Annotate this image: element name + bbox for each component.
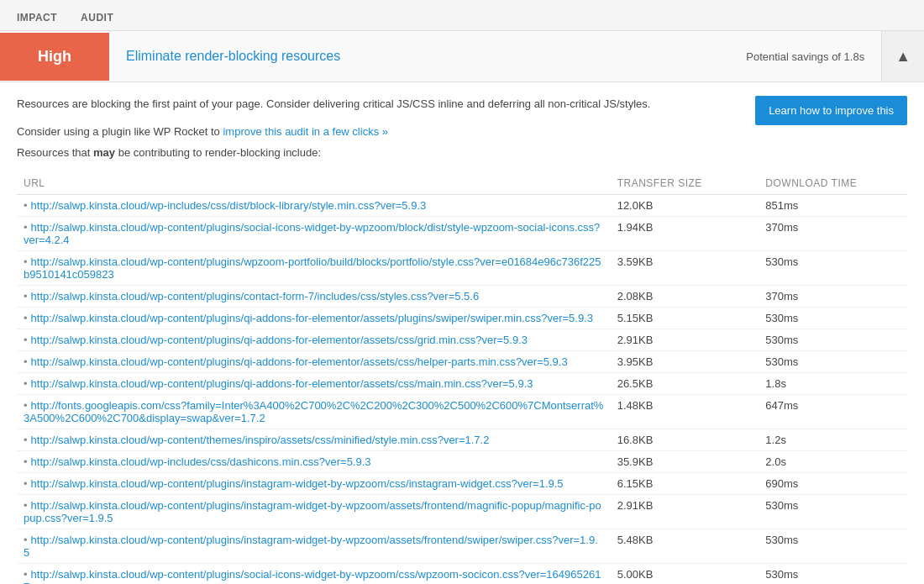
url-cell: •http://salwp.kinsta.cloud/wp-content/pl… — [17, 564, 611, 585]
url-cell: •http://salwp.kinsta.cloud/wp-content/pl… — [17, 308, 611, 329]
url-cell: •http://salwp.kinsta.cloud/wp-includes/c… — [17, 451, 611, 473]
table-row: •http://salwp.kinsta.cloud/wp-content/pl… — [17, 529, 907, 564]
time-cell: 851ms — [759, 195, 907, 217]
bullet-icon: • — [24, 534, 31, 546]
time-cell: 530ms — [759, 251, 907, 286]
url-cell: •http://salwp.kinsta.cloud/wp-content/pl… — [17, 473, 611, 495]
url-link[interactable]: http://salwp.kinsta.cloud/wp-content/plu… — [24, 534, 598, 559]
url-cell: •http://salwp.kinsta.cloud/wp-content/th… — [17, 429, 611, 451]
time-cell: 370ms — [759, 286, 907, 308]
table-row: •http://salwp.kinsta.cloud/wp-content/pl… — [17, 495, 907, 529]
time-cell: 530ms — [759, 351, 907, 373]
url-cell: •http://salwp.kinsta.cloud/wp-content/pl… — [17, 329, 611, 351]
bullet-icon: • — [24, 199, 31, 212]
table-row: •http://salwp.kinsta.cloud/wp-content/pl… — [17, 351, 907, 373]
url-link[interactable]: http://salwp.kinsta.cloud/wp-content/plu… — [31, 355, 568, 368]
table-row: •http://salwp.kinsta.cloud/wp-content/pl… — [17, 286, 907, 308]
table-row: •http://salwp.kinsta.cloud/wp-includes/c… — [17, 451, 907, 473]
url-cell: •http://salwp.kinsta.cloud/wp-content/pl… — [17, 495, 611, 529]
bullet-icon: • — [24, 499, 31, 512]
size-cell: 2.91KB — [611, 329, 759, 351]
table-row: •http://salwp.kinsta.cloud/wp-content/pl… — [17, 251, 907, 286]
size-cell: 3.59KB — [611, 251, 759, 286]
bullet-icon: • — [24, 434, 31, 446]
description-line1: Resources are blocking the first paint o… — [17, 96, 706, 113]
bullet-icon: • — [24, 455, 31, 468]
time-cell: 1.8s — [759, 373, 907, 395]
audit-header: High Eliminate render-blocking resources… — [0, 31, 924, 82]
plugin-link[interactable]: improve this audit in a few clicks » — [223, 125, 388, 138]
url-link[interactable]: http://salwp.kinsta.cloud/wp-content/plu… — [24, 221, 600, 246]
url-cell: •http://salwp.kinsta.cloud/wp-content/pl… — [17, 373, 611, 395]
bullet-icon: • — [24, 568, 31, 581]
url-cell: •http://salwp.kinsta.cloud/wp-content/pl… — [17, 529, 611, 564]
bullet-icon: • — [24, 221, 31, 234]
learn-button[interactable]: Learn how to improve this — [755, 96, 907, 125]
size-cell: 26.5KB — [611, 373, 759, 395]
url-cell: •http://salwp.kinsta.cloud/wp-content/pl… — [17, 351, 611, 373]
url-link[interactable]: http://salwp.kinsta.cloud/wp-content/plu… — [31, 377, 533, 390]
table-row: •http://salwp.kinsta.cloud/wp-content/pl… — [17, 373, 907, 395]
url-cell: •http://salwp.kinsta.cloud/wp-content/pl… — [17, 217, 611, 251]
url-link[interactable]: http://salwp.kinsta.cloud/wp-includes/cs… — [31, 455, 371, 468]
table-row: •http://salwp.kinsta.cloud/wp-includes/c… — [17, 195, 907, 217]
time-cell: 2.0s — [759, 451, 907, 473]
time-cell: 530ms — [759, 529, 907, 564]
time-cell: 647ms — [759, 395, 907, 429]
size-cell: 3.95KB — [611, 351, 759, 373]
tab-audit[interactable]: AUDIT — [77, 7, 117, 30]
size-cell: 2.91KB — [611, 495, 759, 529]
size-cell: 16.8KB — [611, 429, 759, 451]
bullet-icon: • — [24, 477, 31, 490]
table-row: •http://salwp.kinsta.cloud/wp-content/th… — [17, 429, 907, 451]
size-cell: 5.00KB — [611, 564, 759, 585]
size-cell: 1.48KB — [611, 395, 759, 429]
size-cell: 6.15KB — [611, 473, 759, 495]
collapse-button[interactable]: ▲ — [881, 31, 924, 82]
url-link[interactable]: http://salwp.kinsta.cloud/wp-content/plu… — [31, 290, 480, 303]
description-text: Resources are blocking the first paint o… — [17, 96, 706, 121]
bullet-icon: • — [24, 377, 31, 390]
url-link[interactable]: http://fonts.googleapis.com/css?family=I… — [24, 399, 603, 424]
url-link[interactable]: http://salwp.kinsta.cloud/wp-content/plu… — [31, 334, 528, 346]
url-cell: •http://salwp.kinsta.cloud/wp-content/pl… — [17, 286, 611, 308]
savings-text: Potential savings of 1.8s — [729, 50, 881, 63]
table-row: •http://salwp.kinsta.cloud/wp-content/pl… — [17, 308, 907, 329]
tabs-bar: IMPACT AUDIT — [0, 0, 924, 31]
bullet-icon: • — [24, 255, 31, 268]
time-cell: 530ms — [759, 564, 907, 585]
time-cell: 530ms — [759, 495, 907, 529]
audit-title: Eliminate render-blocking resources — [109, 49, 729, 64]
high-badge: High — [0, 33, 109, 81]
url-header: URL — [17, 172, 611, 195]
url-cell: •http://salwp.kinsta.cloud/wp-content/pl… — [17, 251, 611, 286]
url-link[interactable]: http://salwp.kinsta.cloud/wp-content/plu… — [31, 312, 593, 324]
url-link[interactable]: http://salwp.kinsta.cloud/wp-content/the… — [31, 434, 490, 446]
bullet-icon: • — [24, 399, 31, 412]
bullet-icon: • — [24, 312, 31, 324]
size-cell: 5.48KB — [611, 529, 759, 564]
size-cell: 12.0KB — [611, 195, 759, 217]
description-row: Resources are blocking the first paint o… — [17, 96, 907, 125]
url-link[interactable]: http://salwp.kinsta.cloud/wp-includes/cs… — [31, 199, 427, 212]
table-row: •http://fonts.googleapis.com/css?family=… — [17, 395, 907, 429]
plugin-suggestion: Consider using a plugin like WP Rocket t… — [17, 125, 907, 138]
time-cell: 530ms — [759, 308, 907, 329]
table-row: •http://salwp.kinsta.cloud/wp-content/pl… — [17, 473, 907, 495]
transfer-size-header: TRANSFER SIZE — [611, 172, 759, 195]
resource-note: Resources that may be contributing to re… — [17, 146, 907, 159]
time-cell: 690ms — [759, 473, 907, 495]
table-row: •http://salwp.kinsta.cloud/wp-content/pl… — [17, 329, 907, 351]
url-link[interactable]: http://salwp.kinsta.cloud/wp-content/plu… — [24, 499, 601, 524]
url-link[interactable]: http://salwp.kinsta.cloud/wp-content/plu… — [24, 255, 601, 281]
url-cell: •http://fonts.googleapis.com/css?family=… — [17, 395, 611, 429]
bullet-icon: • — [24, 290, 31, 303]
content-area: Resources are blocking the first paint o… — [0, 82, 924, 584]
url-cell: •http://salwp.kinsta.cloud/wp-includes/c… — [17, 195, 611, 217]
bullet-icon: • — [24, 334, 31, 346]
tab-impact[interactable]: IMPACT — [13, 7, 60, 30]
size-cell: 2.08KB — [611, 286, 759, 308]
url-link[interactable]: http://salwp.kinsta.cloud/wp-content/plu… — [31, 477, 564, 490]
download-time-header: DOWNLOAD TIME — [759, 172, 907, 195]
url-link[interactable]: http://salwp.kinsta.cloud/wp-content/plu… — [24, 568, 601, 584]
